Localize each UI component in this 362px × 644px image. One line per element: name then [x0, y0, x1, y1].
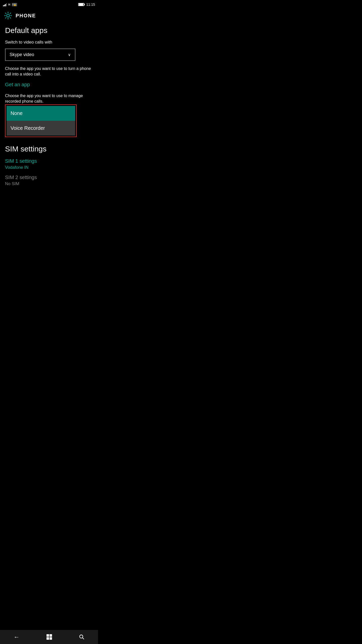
signal-bars-icon: [3, 3, 7, 6]
sim-settings-section: SIM settings SIM 1 settings Vodafone IN …: [5, 145, 93, 186]
bottom-navigation: ←: [0, 630, 98, 644]
sim2-settings-label: SIM 2 settings: [5, 175, 93, 180]
time-display: 11:15: [86, 3, 95, 7]
chevron-down-icon: ∨: [68, 52, 71, 57]
page-title: PHONE: [16, 13, 36, 19]
recorded-calls-description-partial: Choose the app you want to use to manage…: [5, 93, 93, 104]
sim1-settings-link[interactable]: SIM 1 settings: [5, 158, 93, 164]
video-app-dropdown[interactable]: Skype video ∨: [5, 49, 75, 61]
sim2-indicator: ²🔒: [12, 3, 17, 6]
dropdown-popup: None Voice Recorder: [5, 104, 77, 137]
main-content: Default apps Switch to video calls with …: [0, 22, 98, 190]
dropdown-option-voice-recorder[interactable]: Voice Recorder: [7, 121, 75, 136]
home-button[interactable]: [41, 632, 57, 642]
gear-icon: [4, 12, 12, 20]
sim1-subtitle: Vodafone IN: [5, 165, 29, 170]
svg-point-1: [80, 635, 83, 638]
windows-icon: [47, 634, 52, 640]
video-call-description: Choose the app you want to use to turn a…: [5, 66, 93, 77]
status-bar: H ²🔒 11:15: [0, 0, 98, 9]
svg-point-0: [7, 14, 10, 17]
dropdown-selected-value: Skype video: [10, 52, 34, 57]
back-arrow-icon: ←: [14, 633, 20, 640]
default-apps-title: Default apps: [5, 26, 93, 34]
network-type: H: [8, 3, 10, 6]
search-button[interactable]: [74, 632, 89, 642]
battery-icon: [78, 3, 84, 6]
back-button[interactable]: ←: [9, 631, 25, 642]
video-call-label: Switch to video calls with: [5, 39, 93, 45]
dropdown-option-none[interactable]: None: [7, 106, 75, 121]
status-left: H ²🔒: [3, 3, 17, 6]
dropdown-popup-wrapper: None Voice Recorder: [5, 104, 93, 137]
search-icon: [79, 634, 84, 640]
status-right: 11:15: [78, 3, 95, 7]
sim2-status: No SIM: [5, 181, 93, 186]
sim-settings-title: SIM settings: [5, 145, 93, 153]
page-header: PHONE: [0, 9, 98, 22]
get-app-link[interactable]: Get an app: [5, 82, 93, 88]
svg-line-2: [83, 638, 84, 639]
